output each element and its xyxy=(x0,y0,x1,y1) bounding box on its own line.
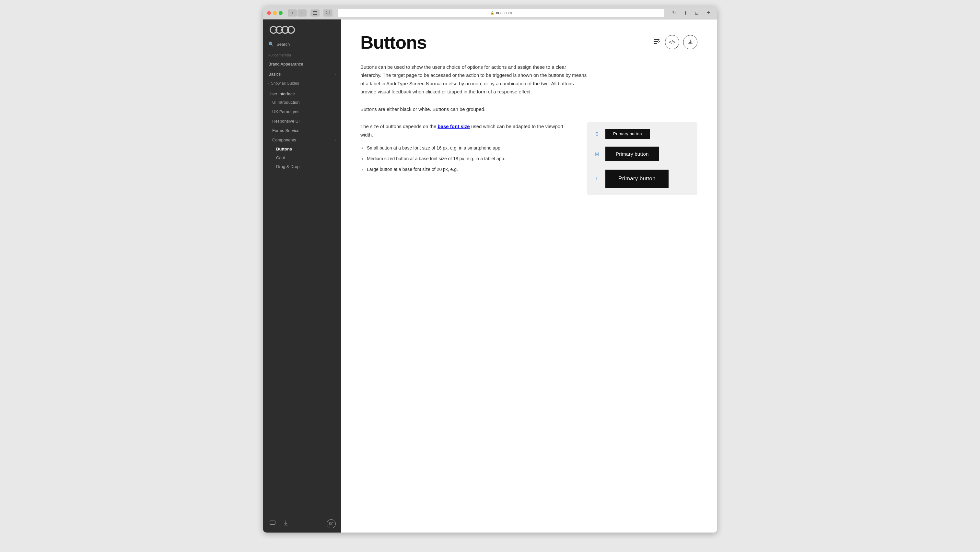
address-bar[interactable]: 🔒 audi.com xyxy=(338,9,664,17)
sidebar-item-responsive-ui[interactable]: Responsive UI xyxy=(263,116,341,126)
url-text: audi.com xyxy=(496,11,512,15)
text-section: The size of buttons depends on the base … xyxy=(360,122,574,175)
maximize-traffic-light[interactable] xyxy=(279,11,283,15)
size-s-label: S xyxy=(594,131,600,137)
font-size-info: The size of buttons depends on the base … xyxy=(360,122,574,139)
page-title: Buttons xyxy=(360,32,427,53)
forms-service-label: Forms Service xyxy=(272,128,299,133)
sidebar-logo xyxy=(263,19,341,39)
primary-button-medium[interactable]: Primary button xyxy=(605,147,659,161)
buttons-label: Buttons xyxy=(276,147,292,152)
sidebar-item-brand-appearance[interactable]: Brand Appearance xyxy=(263,59,341,69)
show-all-guides-label: Show all Guides xyxy=(271,81,299,86)
basics-chevron-icon: › xyxy=(334,72,336,76)
svg-rect-2 xyxy=(313,14,317,15)
list-item-large: Large button at a base font size of 20 p… xyxy=(360,164,574,175)
brand-appearance-label: Brand Appearance xyxy=(268,62,303,67)
size-l-label: L xyxy=(594,176,600,181)
primary-button-large[interactable]: Primary button xyxy=(605,170,668,188)
lock-icon: 🔒 xyxy=(490,11,494,14)
preview-row-s: S Primary button xyxy=(594,129,691,139)
content-header: Buttons </> xyxy=(360,32,697,53)
show-all-guides-link[interactable]: ‹ Show all Guides xyxy=(263,79,341,88)
components-label: Components xyxy=(272,137,296,142)
list-item-small: Small button at a base font size of 16 p… xyxy=(360,143,574,153)
size-m-label: M xyxy=(594,152,600,156)
description-paragraph-2: Buttons are either black or white. Butto… xyxy=(360,105,587,113)
close-traffic-light[interactable] xyxy=(267,11,271,15)
info-button[interactable]: ⓘ xyxy=(323,10,332,16)
base-font-size-link[interactable]: base font size xyxy=(438,124,470,129)
browser-titlebar: ‹ › ⓘ 🔒 audi.com ↻ ⬆ ⊡ + xyxy=(263,6,717,19)
traffic-lights xyxy=(267,11,283,15)
sidebar-toggle-button[interactable] xyxy=(310,10,320,16)
fundamentals-label: Fundamentals xyxy=(263,52,341,59)
ui-introduction-label: UI Introduction xyxy=(272,100,300,105)
browser-window: ‹ › ⓘ 🔒 audi.com ↻ ⬆ ⊡ + xyxy=(263,6,717,533)
sidebar-item-ui-introduction[interactable]: UI Introduction xyxy=(263,97,341,107)
user-interface-title: User Interface xyxy=(263,88,341,97)
search-label: Search xyxy=(277,42,290,47)
language-selector[interactable]: DE xyxy=(327,519,336,528)
browser-nav-buttons: ‹ › xyxy=(288,10,307,16)
forward-button[interactable]: › xyxy=(298,10,307,16)
responsive-ui-label: Responsive UI xyxy=(272,119,300,124)
drag-drop-label: Drag & Drop xyxy=(276,164,299,169)
sidebar-item-drag-drop[interactable]: Drag & Drop xyxy=(263,162,341,171)
search-icon: 🔍 xyxy=(268,41,274,47)
browser-actions: ⬆ ⊡ xyxy=(681,10,701,16)
fullscreen-button[interactable]: ⊡ xyxy=(692,10,701,16)
bullet-list: Small button at a base font size of 16 p… xyxy=(360,143,574,175)
audi-logo-icon xyxy=(270,26,334,34)
sidebar-item-card[interactable]: Card xyxy=(263,153,341,162)
code-view-button[interactable]: </> xyxy=(665,35,679,49)
refresh-button[interactable]: ↻ xyxy=(670,10,679,16)
components-chevron-icon: › xyxy=(334,138,336,142)
audi-ring-4 xyxy=(287,26,295,34)
svg-rect-1 xyxy=(313,13,317,13)
download-assets-button[interactable] xyxy=(683,35,697,49)
description-text-1: Buttons can be used to show the user's c… xyxy=(360,64,587,95)
code-icon: </> xyxy=(669,40,675,45)
ux-paradigms-label: UX Paradigms xyxy=(272,109,299,114)
download-button[interactable] xyxy=(282,519,290,529)
sidebar-item-buttons[interactable]: Buttons xyxy=(263,145,341,153)
card-label: Card xyxy=(276,155,285,160)
header-icons: </> xyxy=(652,35,697,49)
back-button[interactable]: ‹ xyxy=(288,10,297,16)
sidebar-footer: DE xyxy=(263,515,341,533)
share-button[interactable]: ⬆ xyxy=(681,10,690,16)
svg-rect-3 xyxy=(270,521,275,525)
svg-rect-0 xyxy=(313,11,317,12)
main-content: Buttons </> xyxy=(341,19,717,533)
preview-panel: S Primary button M Primary button L Prim… xyxy=(587,122,697,195)
sidebar: 🔍 Search Fundamentals Brand Appearance B… xyxy=(263,19,341,533)
description-paragraph: Buttons can be used to show the user's c… xyxy=(360,63,587,96)
description-period: . xyxy=(530,89,532,94)
back-chevron-icon: ‹ xyxy=(268,81,270,86)
sidebar-item-basics[interactable]: Basics › xyxy=(263,69,341,79)
sidebar-item-forms-service[interactable]: Forms Service xyxy=(263,126,341,135)
basics-label: Basics xyxy=(268,72,281,77)
search-box[interactable]: 🔍 Search xyxy=(268,41,336,47)
response-effect-link[interactable]: response effect xyxy=(498,89,530,94)
comment-button[interactable] xyxy=(268,519,277,528)
sidebar-item-ux-paradigms[interactable]: UX Paradigms xyxy=(263,107,341,116)
sidebar-item-components[interactable]: Components › xyxy=(263,135,341,145)
preview-row-m: M Primary button xyxy=(594,147,691,161)
new-tab-button[interactable]: + xyxy=(704,8,713,18)
primary-button-small[interactable]: Primary button xyxy=(605,129,650,139)
preview-row-l: L Primary button xyxy=(594,169,691,188)
search-section[interactable]: 🔍 Search xyxy=(263,39,341,52)
font-size-text-1: The size of buttons depends on the xyxy=(360,124,436,129)
lang-label: DE xyxy=(329,522,334,526)
list-item-medium: Medium sized button at a base font size … xyxy=(360,153,574,164)
app-container: 🔍 Search Fundamentals Brand Appearance B… xyxy=(263,19,717,533)
content-secondary: The size of buttons depends on the base … xyxy=(360,122,697,195)
table-of-contents-button[interactable] xyxy=(652,38,661,47)
minimize-traffic-light[interactable] xyxy=(273,11,277,15)
